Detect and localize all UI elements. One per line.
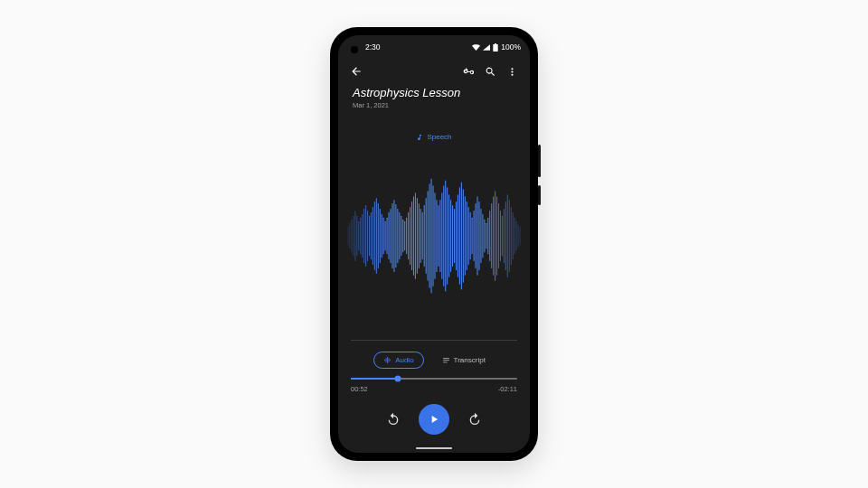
tab-transcript-label: Transcript	[454, 356, 486, 364]
page-title: Astrophysics Lesson	[353, 86, 515, 99]
playback-controls	[338, 393, 530, 453]
progress-bar[interactable]: 00:52 -02:11	[338, 378, 530, 393]
back-button[interactable]	[349, 64, 363, 79]
status-right: 100%	[472, 42, 521, 52]
progress-fill	[351, 378, 398, 380]
status-time: 2:30	[365, 42, 381, 52]
camera-hole	[351, 46, 358, 53]
nav-handle[interactable]	[416, 447, 452, 450]
volume-button	[538, 145, 541, 177]
power-button	[538, 185, 541, 205]
battery-icon	[493, 43, 498, 52]
wifi-icon	[472, 44, 480, 51]
progress-thumb[interactable]	[394, 376, 401, 382]
transcript-icon	[442, 356, 450, 364]
header: Astrophysics Lesson Mar 1, 2021	[338, 84, 530, 117]
crop-button[interactable]	[461, 64, 476, 79]
phone-frame: 2:30 100% Astrophysics L	[330, 27, 538, 461]
status-bar: 2:30 100%	[338, 35, 530, 59]
time-labels: 00:52 -02:11	[351, 385, 517, 393]
waveform-svg	[347, 173, 521, 299]
tab-transcript[interactable]: Transcript	[433, 352, 495, 369]
signal-icon	[483, 44, 490, 51]
view-tabs: Audio Transcript	[338, 341, 530, 378]
play-icon	[428, 413, 440, 426]
time-remaining: -02:11	[498, 385, 517, 393]
battery-text: 100%	[501, 42, 521, 52]
play-button[interactable]	[419, 404, 449, 435]
top-bar	[338, 59, 530, 84]
time-elapsed: 00:52	[351, 385, 368, 393]
overflow-menu-button[interactable]	[505, 64, 519, 79]
forward-button[interactable]	[466, 410, 484, 428]
recording-date: Mar 1, 2021	[353, 101, 515, 109]
rewind-button[interactable]	[384, 410, 402, 428]
audio-wave-icon	[383, 356, 392, 364]
speech-label-text: Speech	[427, 133, 451, 141]
music-note-icon	[416, 134, 423, 141]
search-button[interactable]	[483, 64, 497, 79]
tab-audio-label: Audio	[395, 356, 413, 364]
screen: 2:30 100% Astrophysics L	[338, 35, 530, 453]
tab-audio[interactable]: Audio	[373, 352, 423, 369]
speech-label: Speech	[338, 133, 530, 141]
waveform[interactable]	[338, 141, 530, 340]
